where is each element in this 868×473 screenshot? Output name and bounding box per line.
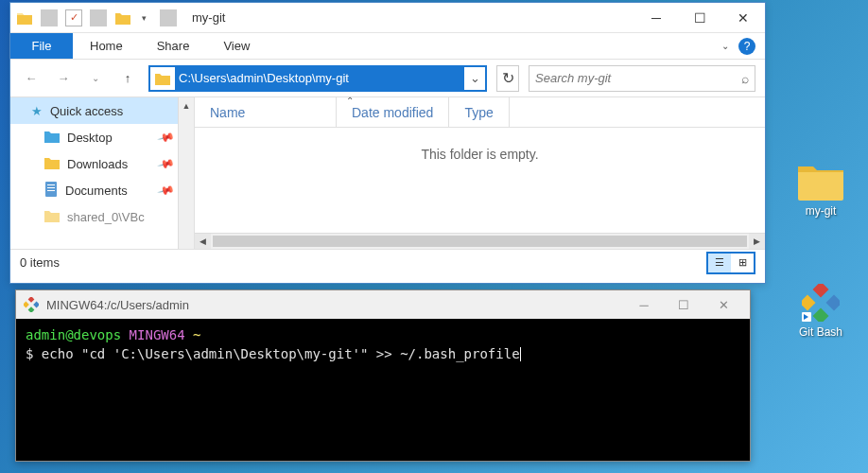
cursor: [520, 347, 521, 361]
gitbash-icon: [24, 297, 39, 312]
icon-label: my-git: [806, 204, 837, 218]
sidebar-quick-access[interactable]: ★ Quick access: [10, 97, 194, 124]
desktop-folder-my-git[interactable]: my-git: [785, 161, 857, 218]
minimize-button[interactable]: ─: [634, 4, 678, 32]
ribbon: File Home Share View ⌄ ?: [10, 33, 765, 60]
svg-rect-7: [24, 302, 29, 308]
divider: [160, 9, 177, 26]
empty-message: This folder is empty.: [195, 128, 765, 233]
forward-button[interactable]: →: [52, 67, 75, 90]
scrollbar[interactable]: ▲: [178, 97, 194, 249]
statusbar: 0 items ☰ ⊞: [10, 249, 765, 275]
scroll-left-icon[interactable]: ◀: [195, 234, 211, 249]
sidebar: ★ Quick access Desktop 📌 Downloads 📌 Doc…: [10, 97, 195, 249]
prompt-user: admin@devops: [26, 327, 121, 342]
close-button[interactable]: ✕: [721, 4, 765, 32]
icon-label: Git Bash: [799, 325, 842, 339]
terminal-body[interactable]: admin@devops MINGW64 ~ $ echo "cd 'C:\Us…: [16, 319, 750, 371]
sidebar-item-shared[interactable]: shared_0\VBc: [10, 203, 194, 230]
file-tab[interactable]: File: [10, 33, 73, 59]
sidebar-item-label: Desktop: [67, 131, 113, 145]
search-box[interactable]: ⌕: [529, 65, 755, 92]
qat-checkbox-icon[interactable]: ✓: [65, 9, 82, 26]
terminal-command: echo "cd 'C:\Users\admin\Desktop\my-git'…: [42, 346, 520, 361]
horizontal-scrollbar[interactable]: ◀ ▶: [195, 233, 765, 249]
column-type[interactable]: Type: [449, 97, 509, 127]
desktop-icon: [44, 130, 60, 146]
tab-share[interactable]: Share: [140, 33, 207, 59]
terminal-titlebar[interactable]: MINGW64:/c/Users/admin ─ ☐ ✕: [16, 290, 750, 319]
tab-view[interactable]: View: [206, 33, 267, 59]
svg-rect-3: [47, 190, 55, 191]
desktop-shortcut-gitbash[interactable]: Git Bash: [785, 284, 857, 339]
sidebar-item-desktop[interactable]: Desktop 📌: [10, 124, 194, 150]
scroll-right-icon[interactable]: ▶: [749, 234, 765, 249]
star-icon: ★: [31, 104, 43, 118]
minimize-button[interactable]: ─: [625, 293, 663, 316]
prompt-env: MINGW64: [130, 327, 185, 342]
back-button[interactable]: ←: [20, 67, 43, 90]
folder-icon: [796, 161, 845, 201]
address-dropdown-icon[interactable]: ⌄: [464, 71, 485, 85]
svg-rect-11: [802, 295, 815, 311]
icons-view-button[interactable]: ⊞: [731, 254, 754, 272]
svg-rect-5: [33, 302, 39, 308]
downloads-icon: [44, 156, 60, 172]
pin-icon: 📌: [157, 154, 176, 173]
svg-rect-2: [47, 187, 55, 188]
documents-icon: [44, 182, 58, 200]
scroll-up-icon[interactable]: ▲: [179, 97, 194, 114]
sidebar-item-label: Quick access: [50, 104, 123, 118]
window-title: my-git: [192, 10, 634, 25]
up-button[interactable]: ↑: [116, 67, 139, 90]
gitbash-icon: [802, 284, 840, 322]
address-text[interactable]: C:\Users\admin\Desktop\my-git: [175, 67, 464, 90]
column-name[interactable]: Name: [195, 97, 337, 127]
sort-indicator-icon: ⌃: [346, 96, 354, 106]
folder-icon: [16, 9, 33, 26]
divider: [41, 9, 58, 26]
explorer-window: ✓ ▾ my-git ─ ☐ ✕ File Home Share View ⌄ …: [9, 2, 766, 284]
item-count: 0 items: [20, 255, 60, 270]
prompt-path: ~: [193, 327, 200, 342]
svg-rect-1: [47, 184, 55, 185]
maximize-button[interactable]: ☐: [678, 4, 721, 32]
tab-home[interactable]: Home: [73, 33, 140, 59]
folder-icon[interactable]: [114, 9, 131, 26]
folder-icon: [150, 72, 175, 85]
folder-icon: [44, 209, 60, 225]
pin-icon: 📌: [157, 181, 176, 200]
sidebar-item-label: shared_0\VBc: [67, 210, 145, 224]
svg-rect-9: [826, 295, 840, 311]
scroll-thumb[interactable]: [213, 236, 747, 247]
search-icon: ⌕: [741, 71, 749, 86]
sidebar-item-label: Downloads: [67, 157, 128, 171]
close-button[interactable]: ✕: [704, 293, 742, 316]
refresh-button[interactable]: ↻: [496, 65, 519, 92]
pin-icon: 📌: [157, 128, 176, 147]
address-bar[interactable]: C:\Users\admin\Desktop\my-git ⌄: [148, 65, 487, 92]
sidebar-item-label: Documents: [65, 184, 128, 198]
titlebar[interactable]: ✓ ▾ my-git ─ ☐ ✕: [10, 3, 765, 33]
terminal-title: MINGW64:/c/Users/admin: [46, 298, 625, 312]
terminal-window: MINGW64:/c/Users/admin ─ ☐ ✕ admin@devop…: [15, 289, 751, 462]
sidebar-item-downloads[interactable]: Downloads 📌: [10, 150, 194, 177]
sidebar-item-documents[interactable]: Documents 📌: [10, 177, 194, 203]
svg-rect-6: [28, 307, 35, 312]
svg-rect-4: [28, 297, 35, 303]
column-headers: ⌃ Name Date modified Type: [195, 97, 765, 128]
details-view-button[interactable]: ☰: [708, 254, 731, 272]
svg-rect-8: [813, 284, 829, 297]
svg-rect-0: [45, 182, 57, 197]
ribbon-expand-icon[interactable]: ⌄: [721, 41, 729, 51]
search-input[interactable]: [535, 71, 741, 85]
help-icon[interactable]: ?: [738, 38, 755, 55]
view-toggle: ☰ ⊞: [706, 252, 755, 274]
recent-dropdown-icon[interactable]: ⌄: [84, 67, 107, 90]
navbar: ← → ⌄ ↑ C:\Users\admin\Desktop\my-git ⌄ …: [10, 60, 765, 97]
qat-dropdown-icon[interactable]: ▾: [135, 9, 152, 26]
svg-rect-10: [813, 308, 829, 322]
file-list: ⌃ Name Date modified Type This folder is…: [195, 97, 765, 249]
maximize-button[interactable]: ☐: [665, 293, 703, 316]
divider: [90, 9, 107, 26]
